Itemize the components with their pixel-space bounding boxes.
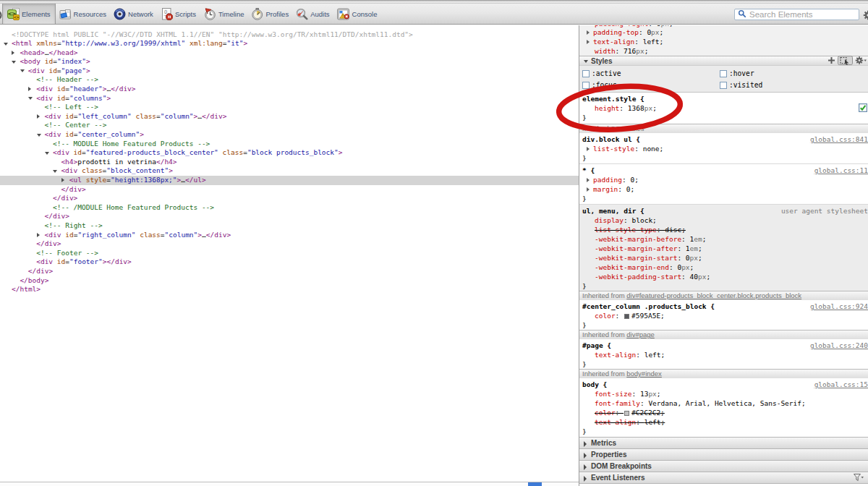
- css-property[interactable]: font-size: 13px;: [579, 389, 868, 398]
- rule-selector[interactable]: div.block ul {: [582, 135, 640, 143]
- tree-row[interactable]: <div id="page">: [0, 67, 579, 76]
- css-property[interactable]: -webkit-margin-after: 1em;: [579, 244, 868, 253]
- rule-selector[interactable]: * {: [582, 166, 595, 174]
- expand-arrow-open-icon[interactable]: [4, 43, 8, 46]
- css-property[interactable]: -webkit-margin-before: 1em;: [579, 234, 868, 244]
- filter-icon[interactable]: [854, 474, 864, 485]
- breadcrumb-item[interactable]: html: [0, 482, 20, 486]
- tree-row[interactable]: <!-- Left -->: [0, 103, 579, 112]
- sidebar-section-dom-breakpoints[interactable]: DOM Breakpoints: [579, 461, 868, 472]
- expand-arrow-closed-icon[interactable]: [587, 147, 590, 151]
- tree-row[interactable]: <div id="left_column" class="column">…</…: [0, 112, 579, 122]
- sidebar-section-metrics[interactable]: Metrics: [579, 438, 868, 449]
- checkbox[interactable]: [720, 70, 727, 77]
- property-enabled-checkbox[interactable]: [859, 103, 867, 114]
- css-property[interactable]: -webkit-padding-start: 40px;: [579, 272, 868, 281]
- css-property[interactable]: width: 716px;: [579, 46, 868, 56]
- color-swatch[interactable]: [624, 411, 629, 416]
- tab-timeline[interactable]: Timeline: [200, 4, 248, 24]
- state-toggle-active[interactable]: :active: [582, 69, 720, 78]
- tree-row[interactable]: <!-- MODULE Home Featured Products -->: [0, 140, 579, 149]
- checkbox[interactable]: [720, 82, 727, 89]
- inherited-element-link[interactable]: div#featured-products_block_center.block…: [626, 291, 801, 299]
- expand-arrow-closed-icon[interactable]: [587, 178, 590, 182]
- expand-arrow-open-icon[interactable]: [28, 97, 33, 100]
- element-state-icon[interactable]: [838, 56, 853, 67]
- css-property[interactable]: list-style: none;: [579, 144, 868, 153]
- expand-arrow-closed-icon[interactable]: [587, 40, 590, 44]
- css-property[interactable]: color: #C2C2C2;: [579, 408, 868, 417]
- color-swatch[interactable]: [624, 314, 629, 319]
- tree-row[interactable]: <!DOCTYPE html PUBLIC "-//W3C//DTD XHTML…: [0, 30, 579, 40]
- css-property[interactable]: text-align: left;: [579, 417, 868, 427]
- expand-arrow-closed-icon[interactable]: [61, 178, 64, 182]
- search-input[interactable]: Search Elements: [734, 9, 859, 20]
- stylesheet-link[interactable]: global.css:924: [810, 302, 868, 311]
- tab-profiles[interactable]: Profiles: [247, 4, 292, 24]
- new-style-rule-icon[interactable]: [827, 56, 835, 67]
- css-property[interactable]: color: #595A5E;: [579, 311, 868, 320]
- expand-arrow-closed-icon[interactable]: [587, 30, 590, 35]
- inherited-element-link[interactable]: body#index: [626, 370, 662, 378]
- tree-row[interactable]: <div id="footer"></div>: [0, 257, 579, 267]
- rule-selector[interactable]: ul, menu, dir {: [582, 207, 644, 215]
- styles-section-header[interactable]: Styles: [579, 56, 868, 66]
- tree-row[interactable]: <div id="right_column" class="column">…<…: [0, 231, 579, 240]
- tree-row[interactable]: <head>…</head>: [0, 48, 579, 58]
- expand-arrow-open-icon[interactable]: [20, 69, 25, 72]
- breadcrumb-item[interactable]: div#center_column: [150, 482, 224, 486]
- css-property[interactable]: -webkit-margin-start: 0px;: [579, 253, 868, 263]
- tree-row[interactable]: </div>: [0, 212, 579, 221]
- css-property[interactable]: margin: 0;: [579, 184, 868, 194]
- rule-selector[interactable]: #center_column .products_block {: [582, 302, 715, 310]
- state-toggle-focus[interactable]: :focus: [582, 80, 720, 90]
- css-property[interactable]: text-align: left;: [579, 350, 868, 359]
- tree-row[interactable]: </div>: [0, 194, 579, 203]
- tab-network[interactable]: Network: [110, 4, 157, 24]
- breadcrumb-item[interactable]: div.block_content: [454, 482, 528, 486]
- tree-row[interactable]: </html>: [0, 285, 579, 294]
- tree-row[interactable]: </div>: [0, 267, 579, 276]
- css-property[interactable]: height: 1368px;: [579, 103, 868, 113]
- breadcrumb-item-selected[interactable]: ul: [528, 482, 542, 486]
- gear-menu-icon[interactable]: [855, 56, 867, 67]
- tab-audits[interactable]: Audits: [292, 4, 333, 24]
- css-property[interactable]: padding: 0;: [579, 175, 868, 184]
- state-toggle-hover[interactable]: :hover: [720, 69, 857, 78]
- tree-row-selected[interactable]: <ul style="height:1368px;">…</ul>: [0, 176, 579, 185]
- css-property[interactable]: -webkit-margin-end: 0px;: [579, 263, 868, 272]
- css-property[interactable]: text-align: left;: [579, 37, 868, 46]
- tree-row[interactable]: <!-- /MODULE Home Featured Products -->: [0, 203, 579, 213]
- tab-console[interactable]: ! Console: [333, 4, 381, 24]
- expand-arrow-open-icon[interactable]: [53, 170, 57, 173]
- css-property[interactable]: list-style-type: disc;: [579, 225, 868, 234]
- sidebar-section-properties[interactable]: Properties: [579, 449, 868, 461]
- tree-row[interactable]: <div class="block_content">: [0, 166, 579, 176]
- tab-scripts[interactable]: O, Scripts: [157, 4, 200, 24]
- expand-arrow-open-icon[interactable]: [45, 152, 49, 155]
- sidebar-section-event-listeners[interactable]: Event Listeners: [579, 472, 868, 484]
- tree-row[interactable]: </div>: [0, 185, 579, 195]
- stylesheet-link[interactable]: global.css:15: [814, 380, 868, 389]
- tree-row[interactable]: <!-- Right -->: [0, 221, 579, 231]
- expand-arrow-closed-icon[interactable]: [587, 187, 590, 192]
- stylesheet-link[interactable]: global.css:841: [810, 135, 868, 144]
- rule-selector[interactable]: #page {: [582, 341, 611, 349]
- expand-arrow-open-icon[interactable]: [12, 61, 16, 64]
- tree-row[interactable]: </div>: [0, 239, 579, 249]
- state-toggle-visited[interactable]: :visited: [720, 80, 857, 90]
- stylesheet-link[interactable]: global.css:11: [814, 166, 868, 175]
- expand-arrow-closed-icon[interactable]: [37, 233, 40, 237]
- expand-arrow-closed-icon[interactable]: [12, 51, 14, 55]
- tree-row[interactable]: <div id="columns">: [0, 94, 579, 103]
- expand-arrow-closed-icon[interactable]: [28, 87, 31, 91]
- expand-arrow-closed-icon[interactable]: [37, 114, 40, 119]
- rule-selector[interactable]: body {: [582, 380, 607, 388]
- tab-elements[interactable]: <> <> Elements: [2, 4, 56, 24]
- rule-selector[interactable]: element.style {: [582, 95, 644, 103]
- breadcrumb-item[interactable]: div#columns: [101, 482, 150, 486]
- breadcrumb-item[interactable]: div#featured-products_block_center.block…: [224, 482, 454, 486]
- tree-row[interactable]: <div id="featured-products_block_center"…: [0, 148, 579, 158]
- checkbox[interactable]: [582, 82, 590, 89]
- breadcrumb-item[interactable]: div#page: [64, 482, 101, 486]
